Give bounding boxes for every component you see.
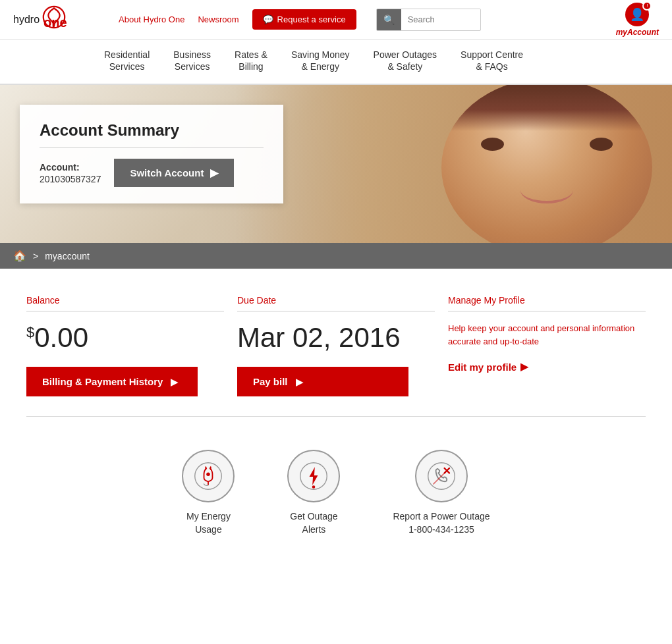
balance-column: Balance $0.00 Billing & Payment History …: [26, 295, 224, 396]
breadcrumb-separator: >: [33, 251, 38, 261]
home-icon[interactable]: 🏠: [13, 250, 26, 262]
due-date-value: Mar 02, 2016: [237, 322, 435, 354]
edit-profile-link[interactable]: Edit my profile ▶: [448, 361, 646, 373]
switch-account-label: Switch Account: [130, 167, 204, 178]
pay-bill-button[interactable]: Pay bill ▶: [237, 367, 408, 396]
account-row: Account: 201030587327 Switch Account ▶: [40, 159, 264, 187]
outage-alerts-label: Get OutageAlerts: [290, 510, 337, 536]
balance-display: $0.00: [26, 322, 224, 354]
hero-image: [235, 85, 672, 243]
svg-point-7: [312, 486, 316, 489]
switch-account-button[interactable]: Switch Account ▶: [114, 159, 234, 187]
avatar: 👤 !: [625, 3, 649, 26]
pay-bill-arrow-icon: ▶: [296, 377, 303, 387]
balance-label: Balance: [26, 295, 224, 311]
due-date-column: Due Date Mar 02, 2016 Pay bill ▶: [237, 295, 435, 396]
profile-column: Manage My Profile Help keep your account…: [448, 295, 646, 396]
phone-x-icon: [426, 461, 457, 491]
chat-icon: 💬: [263, 14, 273, 24]
person-icon: 👤: [630, 7, 644, 22]
billing-history-label: Billing & Payment History: [42, 376, 163, 387]
account-label: Account:: [40, 162, 80, 173]
plug-icon: [193, 461, 223, 491]
logo[interactable]: hydro one: [13, 9, 92, 30]
arrow-icon: ▶: [210, 167, 218, 179]
energy-usage-item[interactable]: My EnergyUsage: [182, 450, 235, 536]
top-bar: hydro one About Hydro One Newsroom 💬 Req…: [0, 0, 672, 40]
icons-section: My EnergyUsage Get OutageAlerts: [26, 437, 646, 562]
energy-usage-label: My EnergyUsage: [186, 510, 231, 536]
account-summary-box: Account Summary Account: 201030587327 Sw…: [20, 105, 283, 203]
main-content: Balance $0.00 Billing & Payment History …: [0, 269, 672, 582]
energy-usage-icon-circle: [182, 450, 235, 502]
balance-amount: 0.00: [34, 322, 88, 353]
main-nav: ResidentialServices BusinessServices Rat…: [0, 40, 672, 85]
due-date-label: Due Date: [237, 295, 435, 311]
search-icon-button[interactable]: 🔍: [377, 9, 401, 30]
profile-description: Help keep your account and personal info…: [448, 322, 646, 348]
nav-item-outages[interactable]: Power Outages& Safety: [362, 40, 449, 84]
report-outage-label: Report a Power Outage1-800-434-1235: [393, 510, 490, 536]
breadcrumb-current: myaccount: [45, 251, 90, 261]
request-service-label: Request a service: [277, 14, 346, 24]
header: hydro one About Hydro One Newsroom 💬 Req…: [0, 0, 672, 85]
newsroom-link[interactable]: Newsroom: [198, 14, 238, 24]
hero-face: [441, 85, 652, 243]
svg-point-2: [207, 473, 211, 477]
my-account-label: myAccount: [616, 28, 659, 37]
outage-alerts-item[interactable]: Get OutageAlerts: [287, 450, 340, 536]
avatar-badge: !: [642, 1, 652, 11]
content-divider: [26, 416, 646, 417]
hero-banner: Account Summary Account: 201030587327 Sw…: [0, 85, 672, 243]
report-outage-item[interactable]: Report a Power Outage1-800-434-1235: [393, 450, 490, 536]
nav-item-business[interactable]: BusinessServices: [161, 40, 223, 84]
search-icon: 🔍: [383, 14, 395, 25]
my-account-area[interactable]: 👤 ! myAccount: [616, 3, 659, 37]
top-links: About Hydro One Newsroom 💬 Request a ser…: [119, 9, 603, 31]
account-summary-title: Account Summary: [40, 121, 264, 148]
lightning-icon: [298, 461, 329, 491]
edit-profile-label: Edit my profile: [448, 362, 517, 373]
edit-profile-arrow-icon: ▶: [520, 361, 528, 373]
logo-one-text: one: [43, 15, 67, 30]
breadcrumb: 🏠 > myaccount: [0, 243, 672, 269]
billing-history-button[interactable]: Billing & Payment History ▶: [26, 367, 198, 396]
report-outage-icon-circle: [415, 450, 468, 502]
nav-item-rates[interactable]: Rates &Billing: [223, 40, 279, 84]
account-info: Account: 201030587327: [40, 161, 101, 185]
outage-alerts-icon-circle: [287, 450, 340, 502]
currency-symbol: $: [26, 324, 34, 340]
search-input[interactable]: [401, 9, 480, 30]
search-area: 🔍: [376, 9, 481, 31]
account-number: 201030587327: [40, 174, 101, 184]
nav-item-saving[interactable]: Saving Money& Energy: [279, 40, 362, 84]
about-hydro-link[interactable]: About Hydro One: [119, 14, 184, 24]
nav-item-residential[interactable]: ResidentialServices: [92, 40, 161, 84]
nav-item-support[interactable]: Support Centre& FAQs: [449, 40, 535, 84]
billing-arrow-icon: ▶: [171, 377, 178, 387]
request-service-button[interactable]: 💬 Request a service: [252, 9, 356, 30]
action-columns: Balance $0.00 Billing & Payment History …: [26, 295, 646, 396]
profile-label: Manage My Profile: [448, 295, 646, 311]
logo-hydro-text: hydro: [13, 14, 40, 26]
pay-bill-label: Pay bill: [253, 376, 288, 387]
